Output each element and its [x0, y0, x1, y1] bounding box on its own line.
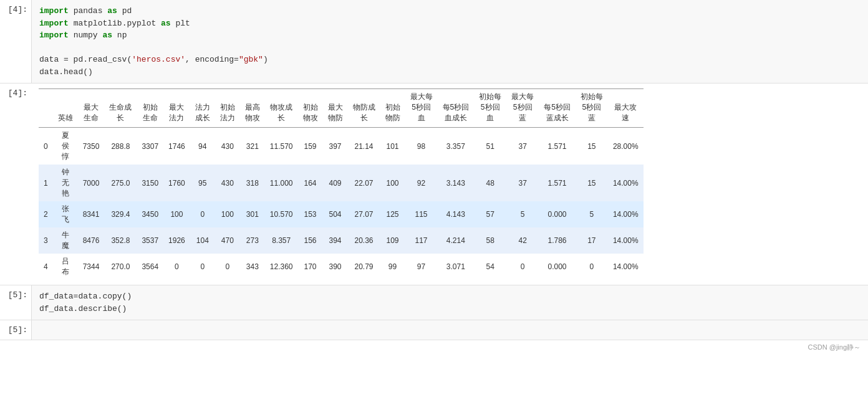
code-line-blank: [39, 42, 861, 54]
cell-2-initatk: 153: [298, 201, 323, 227]
row-index-3: 3: [39, 227, 53, 254]
cell-2-maxhp: 8341: [78, 201, 105, 227]
cell-1-maxregen: 92: [405, 165, 438, 201]
cell-4-output-label: [4]:: [0, 84, 31, 285]
col-maxregen: 最大每5秒回血: [405, 89, 438, 128]
code-text: ): [263, 55, 268, 64]
hero-name-0: 夏侯惇: [53, 128, 78, 165]
cell-4-maxmpregen: 0: [506, 254, 539, 280]
col-atkgrowth: 物攻成长: [265, 89, 298, 128]
cell-4-maxatk: 343: [240, 254, 265, 280]
cell-3-atkg: 8.357: [265, 227, 298, 254]
cell-2-atkg: 10.570: [265, 201, 298, 227]
code-text: pandas: [74, 6, 108, 16]
cell-0-initmpregen: 15: [576, 128, 608, 165]
cell-4-code-label: [4]:: [0, 0, 31, 83]
col-maxmpregen: 最大每5秒回蓝: [506, 89, 539, 128]
col-initregen: 初始每5秒回血: [474, 89, 506, 128]
col-index: [39, 89, 53, 128]
cell-0-maxdef: 397: [323, 128, 348, 165]
col-inithp: 初始生命: [137, 89, 163, 128]
col-initatk: 初始物攻: [298, 89, 323, 128]
cell-0-initmp: 430: [215, 128, 240, 165]
cell-1-initatk: 164: [298, 165, 323, 201]
cell-0-initatk: 159: [298, 128, 323, 165]
cell-2-maxdef: 504: [323, 201, 348, 227]
cell-3-mpregeng: 1.786: [539, 227, 576, 254]
cell-3-maxmp: 1926: [163, 227, 190, 254]
keyword-as-1: as: [107, 6, 117, 16]
cell-0-spd: 28.00%: [608, 128, 644, 165]
cell-2-maxregen: 115: [405, 201, 438, 227]
cell-0-atkg: 11.570: [265, 128, 298, 165]
cell-4-inithp: 3564: [137, 254, 163, 280]
keyword-import-3: import: [39, 31, 69, 40]
cell-3-defg: 20.36: [348, 227, 380, 254]
cell-0-initregen: 51: [474, 128, 506, 165]
cell-2-maxmpregen: 5: [506, 201, 539, 227]
table-header-row: 英雄 最大生命 生命成长 初始生命 最大法力 法力成长 初始法力 最高物攻 物攻…: [39, 89, 644, 128]
keyword-as-2: as: [161, 19, 171, 28]
keyword-import-1: import: [39, 6, 69, 16]
cell-4-atkg: 12.360: [265, 254, 298, 280]
cell-2-regeng: 4.143: [438, 201, 475, 227]
col-initmpregen: 初始每5秒回蓝: [576, 89, 608, 128]
cell-3-maxdef: 394: [323, 227, 348, 254]
keyword-import-2: import: [39, 19, 69, 28]
row-index-1: 1: [39, 165, 53, 201]
row-index-2: 2: [39, 201, 53, 227]
cell-3-inithp: 3537: [137, 227, 163, 254]
col-mpgrowth: 法力成长: [190, 89, 215, 128]
cell-2-initregen: 57: [474, 201, 506, 227]
cell-4-output-content: 英雄 最大生命 生命成长 初始生命 最大法力 法力成长 初始法力 最高物攻 物攻…: [31, 84, 868, 285]
col-initmp: 初始法力: [215, 89, 240, 128]
col-regengrowth: 每5秒回血成长: [438, 89, 475, 128]
col-maxmp: 最大法力: [163, 89, 190, 128]
cell-1-atkg: 11.000: [265, 165, 298, 201]
cell-1-initregen: 48: [474, 165, 506, 201]
col-maxatk: 最高物攻: [240, 89, 265, 128]
cell-1-regeng: 3.143: [438, 165, 475, 201]
cell-5-partial-content: [31, 320, 868, 340]
cell-4-mpregeng: 0.000: [539, 254, 576, 280]
code-text: data.head(): [39, 67, 93, 77]
cell-0-inithp: 3307: [137, 128, 163, 165]
cell-3-maxregen: 117: [405, 227, 438, 254]
cell-4-maxregen: 97: [405, 254, 438, 280]
code-text: df_data.describe(): [39, 304, 127, 313]
cell-3-initatk: 156: [298, 227, 323, 254]
cell-2-mpg: 0: [190, 201, 215, 227]
cell-1-initdef: 100: [380, 165, 405, 201]
cell-2-inithp: 3450: [137, 201, 163, 227]
code-line-5: data.head(): [39, 66, 861, 79]
hero-name-2: 张飞: [53, 201, 78, 227]
cell-3-mpg: 104: [190, 227, 215, 254]
cell-3-initmp: 470: [215, 227, 240, 254]
keyword-as-3: as: [102, 31, 112, 40]
cell-1-mpg: 95: [190, 165, 215, 201]
notebook: [4]: import pandas as pd import matplotl…: [0, 0, 868, 420]
cell-0-maxatk: 321: [240, 128, 265, 165]
col-maxspd: 最大攻速: [608, 89, 644, 128]
cell-3-maxmpregen: 42: [506, 227, 539, 254]
cell-0-maxhp: 7350: [78, 128, 105, 165]
cell-0-defg: 21.14: [348, 128, 380, 165]
dataframe-table: 英雄 最大生命 生命成长 初始生命 最大法力 法力成长 初始法力 最高物攻 物攻…: [39, 88, 644, 280]
code-text: data = pd.read_csv(: [39, 55, 132, 64]
col-mpregengrowth: 每5秒回蓝成长: [539, 89, 576, 128]
cell-3-initmpregen: 17: [576, 227, 608, 254]
cell-4-hpg: 270.0: [104, 254, 137, 280]
cell-1-maxmpregen: 37: [506, 165, 539, 201]
cell-1-inithp: 3150: [137, 165, 163, 201]
code-text: numpy: [74, 31, 103, 40]
code-line-7: df_data.describe(): [39, 303, 861, 315]
code-line-4: data = pd.read_csv('heros.csv', encoding…: [39, 54, 861, 66]
table-row: 0 夏侯惇 7350 288.8 3307 1746 94 430 321 11…: [39, 128, 644, 165]
col-maxhp: 最大生命: [78, 89, 105, 128]
string-literal-2: "gbk": [239, 55, 263, 64]
code-text: pd: [122, 6, 132, 16]
cell-4-regeng: 3.071: [438, 254, 475, 280]
cell-0-hpg: 288.8: [104, 128, 137, 165]
cell-4-initregen: 54: [474, 254, 506, 280]
code-text: plt: [175, 19, 190, 28]
